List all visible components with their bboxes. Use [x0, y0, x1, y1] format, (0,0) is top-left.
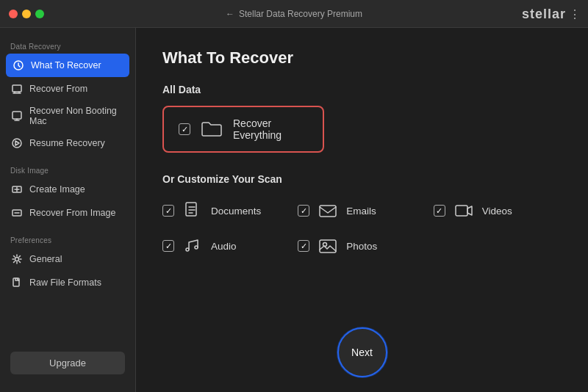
svg-point-11 [186, 248, 189, 251]
videos-label: Videos [482, 206, 512, 217]
svg-rect-8 [186, 203, 196, 216]
page-title: What To Recover [162, 48, 562, 68]
what-to-recover-icon [12, 59, 25, 72]
close-button[interactable] [9, 10, 18, 18]
folder-icon [201, 117, 223, 141]
documents-icon [182, 200, 204, 222]
upgrade-button[interactable]: Upgrade [10, 352, 125, 374]
photos-checkbox[interactable] [298, 240, 309, 252]
next-button-container: Next [337, 327, 387, 377]
videos-checkbox[interactable] [434, 205, 445, 217]
emails-checkbox[interactable] [298, 205, 309, 217]
option-photos[interactable]: Photos [298, 235, 426, 257]
sidebar-item-create-image[interactable]: Create Image [0, 178, 135, 201]
all-data-label: All Data [162, 84, 562, 95]
maximize-button[interactable] [35, 10, 44, 18]
audio-label: Audio [211, 241, 237, 252]
raw-file-icon [10, 276, 24, 289]
window-title: ← Stellar Data Recovery Premium [226, 9, 362, 19]
recover-everything-label: Recover Everything [233, 117, 308, 141]
or-customize-label: Or Customize Your Scan [162, 173, 562, 185]
option-documents[interactable]: Documents [162, 200, 290, 222]
emails-label: Emails [346, 206, 376, 217]
sidebar-item-resume-recovery[interactable]: Resume Recovery [0, 131, 135, 155]
menu-icon[interactable]: ⋮ [569, 7, 581, 21]
svg-rect-9 [320, 206, 336, 217]
sidebar-item-recover-from[interactable]: Recover From [0, 77, 135, 101]
traffic-lights [9, 10, 44, 18]
sidebar: Data Recovery What To Recover Recover Fr… [0, 28, 136, 392]
sidebar-bottom: Upgrade [0, 344, 135, 382]
minimize-button[interactable] [22, 10, 31, 18]
recover-everything-checkbox[interactable] [179, 123, 190, 135]
svg-point-6 [15, 258, 19, 261]
documents-label: Documents [211, 206, 261, 217]
main-layout: Data Recovery What To Recover Recover Fr… [0, 28, 588, 392]
option-audio[interactable]: Audio [162, 235, 290, 257]
recover-from-icon [10, 82, 24, 95]
title-bar: ← Stellar Data Recovery Premium stellar … [0, 0, 588, 28]
photos-icon [317, 235, 339, 257]
audio-checkbox[interactable] [162, 240, 174, 252]
svg-rect-1 [12, 85, 21, 92]
recover-everything-box[interactable]: Recover Everything [162, 106, 324, 153]
next-button[interactable]: Next [337, 327, 387, 377]
option-videos[interactable]: Videos [434, 200, 562, 222]
emails-icon [317, 200, 339, 222]
back-icon[interactable]: ← [226, 9, 234, 19]
section-label-preferences: Preferences [0, 232, 135, 247]
documents-checkbox[interactable] [162, 205, 174, 217]
create-image-icon [10, 183, 24, 196]
option-emails[interactable]: Emails [298, 200, 426, 222]
sidebar-item-general[interactable]: General [0, 247, 135, 271]
svg-point-3 [12, 139, 21, 148]
resume-icon [10, 137, 24, 150]
section-label-disk-image: Disk Image [0, 162, 135, 178]
sidebar-item-what-to-recover[interactable]: What To Recover [6, 54, 129, 77]
svg-rect-13 [320, 240, 336, 253]
audio-icon [182, 235, 204, 257]
sidebar-item-recover-from-image[interactable]: Recover From Image [0, 201, 135, 225]
sidebar-item-raw-file-formats[interactable]: Raw File Formats [0, 271, 135, 294]
svg-point-12 [195, 246, 198, 249]
section-label-data-recovery: Data Recovery [0, 38, 135, 54]
svg-rect-10 [456, 206, 467, 216]
non-booting-icon [10, 109, 24, 123]
options-grid: Documents Emails [162, 200, 562, 257]
content-area: What To Recover All Data Recover Everyth… [136, 28, 588, 392]
general-icon [10, 253, 24, 266]
sidebar-item-recover-non-booting[interactable]: Recover Non Booting Mac [0, 101, 135, 131]
recover-from-image-icon [10, 206, 24, 219]
videos-icon [453, 200, 475, 222]
photos-label: Photos [346, 241, 377, 252]
app-logo: stellar [522, 6, 566, 21]
svg-rect-2 [12, 112, 21, 119]
